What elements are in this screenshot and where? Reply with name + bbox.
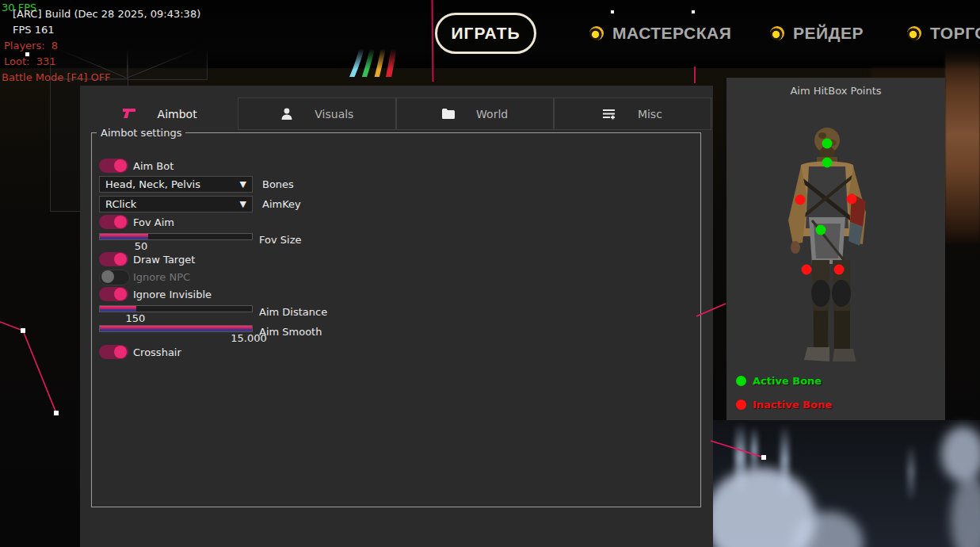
menu-item-raider[interactable]: РЕЙДЕР — [770, 21, 864, 46]
bone-dot-right-hip[interactable] — [834, 265, 845, 275]
inactive-bone-dot-icon — [736, 400, 746, 410]
rock-texture — [945, 46, 980, 244]
bone-dot-right-shoulder[interactable] — [847, 194, 857, 205]
slider-fill — [100, 326, 252, 331]
slider-fill — [100, 234, 148, 239]
legend-label: Inactive Bone — [753, 399, 832, 411]
crosshair-toggle[interactable] — [99, 345, 128, 359]
tab-label: World — [476, 108, 508, 120]
aim-distance-slider[interactable] — [99, 305, 253, 312]
loot-readout: Loot: 331 — [4, 55, 55, 67]
ignore-invisible-toggle[interactable] — [99, 287, 128, 301]
draw-target-toggle[interactable] — [99, 252, 128, 266]
chevron-down-icon: ▼ — [240, 179, 246, 189]
aimbot-settings-group: Aimbot settings Aim Bot Head, Neck, Pelv… — [91, 127, 701, 507]
bones-label: Bones — [262, 178, 294, 190]
fov-size-slider[interactable] — [99, 233, 253, 240]
slider-fill — [100, 306, 136, 312]
coin-icon — [770, 26, 784, 40]
battle-mode-readout: Battle Mode [F4] OFF — [2, 71, 111, 83]
menu-item-trader[interactable]: ТОРГО — [907, 21, 980, 46]
tab-label: Visuals — [315, 108, 353, 120]
bone-dot-neck[interactable] — [822, 158, 833, 168]
group-title: Aimbot settings — [97, 127, 185, 139]
coin-icon — [589, 26, 604, 40]
crosshair-label: Crosshair — [133, 346, 181, 358]
aimkey-label: AimKey — [262, 198, 301, 210]
tab-label: Misc — [638, 108, 662, 120]
tab-bar: Aimbot Visuals World — [82, 98, 711, 130]
aim-distance-value: 150 — [113, 312, 158, 324]
filter-icon — [603, 107, 617, 121]
coin-icon — [907, 26, 921, 40]
ignore-npc-toggle[interactable] — [99, 270, 130, 285]
tab-world[interactable]: World — [396, 98, 554, 130]
aim-bot-toggle[interactable] — [99, 159, 128, 173]
bone-dot-pelvis[interactable] — [816, 225, 826, 235]
ignore-invisible-label: Ignore Invisible — [133, 289, 212, 300]
person-icon — [280, 107, 294, 121]
aim-bot-label: Aim Bot — [133, 160, 174, 172]
bones-dropdown[interactable]: Head, Neck, Pelvis ▼ — [99, 176, 253, 193]
aim-smooth-label: Aim Smooth — [259, 326, 322, 338]
tab-misc[interactable]: Misc — [554, 98, 711, 130]
aimkey-dropdown[interactable]: RClick ▼ — [99, 196, 253, 212]
ignore-npc-label: Ignore NPC — [133, 271, 190, 283]
fps-readout: FPS 161 — [13, 24, 55, 36]
bone-dot-head[interactable] — [822, 139, 833, 149]
icy-scene — [713, 420, 980, 547]
build-readout: [ARC] Build (Dec 28 2025, 09:43:38) — [13, 8, 200, 20]
menu-item-workshop[interactable]: МАСТЕРСКАЯ — [589, 21, 731, 46]
play-button[interactable]: ИГРАТЬ — [435, 13, 536, 54]
tab-aimbot[interactable]: Aimbot — [82, 98, 238, 130]
menu-item-label: МАСТЕРСКАЯ — [612, 24, 731, 43]
bone-dot-left-shoulder[interactable] — [795, 195, 806, 205]
players-readout: Players: 8 — [4, 40, 58, 52]
hitbox-panel: Aim HitBox Points Active Bone — [726, 78, 945, 420]
legend-active-bone: Active Bone — [736, 375, 822, 386]
fov-aim-toggle[interactable] — [99, 215, 128, 229]
menu-item-label: РЕЙДЕР — [793, 24, 864, 43]
fov-size-value: 50 — [119, 240, 163, 252]
active-bone-dot-icon — [736, 376, 746, 386]
draw-target-label: Draw Target — [133, 254, 195, 266]
aim-smooth-slider[interactable] — [99, 325, 253, 332]
chevron-down-icon: ▼ — [240, 199, 246, 209]
fov-aim-label: Fov Aim — [133, 216, 174, 228]
bone-dots-layer — [726, 78, 945, 420]
bones-dropdown-value: Head, Neck, Pelvis — [105, 178, 240, 190]
legend-label: Active Bone — [753, 375, 822, 387]
cheat-window: Aimbot Visuals World — [80, 86, 713, 547]
aim-distance-label: Aim Distance — [259, 306, 327, 318]
tab-visuals[interactable]: Visuals — [238, 98, 395, 130]
menu-item-label: ТОРГО — [930, 24, 980, 43]
pistol-icon — [123, 107, 137, 121]
tab-label: Aimbot — [158, 108, 197, 120]
bone-dot-left-hip[interactable] — [802, 265, 812, 275]
legend-inactive-bone: Inactive Bone — [736, 399, 832, 410]
aimkey-dropdown-value: RClick — [105, 198, 240, 210]
folder-icon — [441, 107, 456, 121]
fov-size-label: Fov Size — [259, 234, 301, 246]
